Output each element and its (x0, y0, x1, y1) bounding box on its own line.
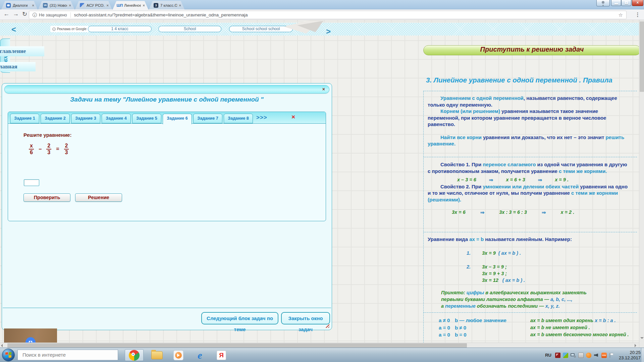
task-tab-6-active[interactable]: Задание 6 (163, 114, 192, 124)
horizontal-scroll-thumb[interactable] (7, 343, 467, 348)
internet-explorer-icon: e (198, 350, 202, 361)
ad-button-2[interactable]: School (158, 26, 221, 32)
tab-close-icon[interactable]: × (179, 3, 181, 7)
browser-menu-icon[interactable]: ⋮ (635, 11, 640, 18)
url-bar[interactable]: i Не защищено school-assistant.ru/?predm… (29, 11, 627, 19)
browser-tab-novosti[interactable]: VK (31) Новости × (38, 1, 74, 9)
language-indicator[interactable]: RU (545, 353, 551, 358)
task-tab-3[interactable]: Задание 3 (71, 114, 100, 123)
close-tasks-button[interactable]: Закрыть окно задач (281, 312, 330, 324)
browser-tab-7klass[interactable]: 3 7 класс.ОЧЕНЬ ПРОШУ) × (149, 1, 184, 9)
browser-toolbar: ← → ↻ i Не защищено school-assistant.ru/… (0, 9, 644, 20)
sidebar-item-toc[interactable]: Оглавление (0, 46, 44, 56)
dialog-header-bar[interactable]: × (4, 85, 329, 94)
task-tab-4[interactable]: Задание 4 (102, 114, 131, 123)
package-tray-icon[interactable] (578, 353, 584, 358)
task-tab-2[interactable]: Задание 2 (41, 114, 70, 123)
clock-time: 20:25 (619, 350, 641, 355)
task-tab-5[interactable]: Задание 5 (132, 114, 161, 123)
dashed-divider (424, 91, 637, 91)
horizontal-scrollbar[interactable] (0, 343, 639, 348)
scroll-right-arrow[interactable] (635, 344, 636, 347)
tasks-dialog: × Задачи на тему "Линейное уравнение с о… (2, 83, 332, 330)
tab-title: Линейное уравнение с (124, 3, 141, 7)
close-window-button[interactable]: × (632, 0, 643, 6)
task-tab-1[interactable]: Задание 1 (10, 114, 39, 123)
back-icon[interactable]: ← (3, 10, 9, 17)
taskbar-media-player-button[interactable] (169, 349, 188, 361)
banner-next-arrow[interactable]: > (326, 27, 331, 36)
info-icon[interactable]: i (33, 13, 37, 17)
task-prompt: Решите уравнение: (23, 132, 71, 138)
dark-favicon: 3 (154, 3, 158, 8)
dashed-divider (424, 157, 637, 157)
definition-paragraph: Найти все корни уравнения или доказать, … (428, 134, 626, 147)
ad-button-3[interactable]: School school school (229, 26, 293, 32)
ccleaner-tray-icon[interactable]: ccu (601, 353, 607, 358)
convention-note: Принято: цифры в алгебраических выражени… (441, 289, 630, 309)
action-center-flag-icon[interactable] (609, 353, 614, 358)
taskbar-chrome-button[interactable] (125, 349, 144, 361)
asu-icon (80, 3, 85, 8)
scroll-down-arrow[interactable] (640, 337, 644, 339)
ad-label: i Реклама от Google (50, 26, 89, 32)
dashed-divider (424, 232, 637, 232)
browser-tab-active[interactable]: ШП Линейное уравнение с × (113, 1, 148, 9)
vk-icon: VK (43, 3, 48, 8)
start-solving-button[interactable]: Приступить к решению задач (423, 45, 641, 55)
tabs-close-icon[interactable]: × (291, 113, 295, 121)
tab-title: (31) Новости (50, 3, 67, 7)
taskbar-ie-button[interactable]: e (191, 349, 209, 361)
scroll-left-arrow[interactable] (1, 344, 3, 347)
refresh-icon[interactable]: ↻ (22, 10, 27, 18)
equals-sign: = (56, 146, 59, 152)
defender-tray-icon[interactable] (563, 353, 568, 358)
tab-close-icon[interactable]: × (107, 3, 109, 7)
task-tabs-strip: Задание 1 Задание 2 Задание 3 Задание 4 … (8, 112, 326, 124)
taskbar-search-box[interactable]: Поиск в интернете (17, 350, 118, 360)
dashed-divider (424, 312, 637, 313)
bookmark-star-icon[interactable]: ☆ (619, 12, 623, 18)
rules-heading: 3. Линейное уравнение с одной переменной… (426, 76, 642, 84)
taskbar-yandex-button[interactable]: Я (212, 349, 231, 361)
vertical-scrollbar[interactable] (639, 20, 644, 348)
forward-icon[interactable]: → (13, 10, 19, 17)
check-button[interactable]: Проверить (23, 193, 70, 202)
more-tabs-button[interactable]: >>> (256, 114, 267, 121)
maximize-button[interactable] (621, 0, 631, 6)
definition-paragraph: Корнем (или решением) уравнения называет… (428, 108, 626, 128)
task-tab-7[interactable]: Задание 7 (193, 114, 222, 123)
equation: x 6 − 2 3 = 2 3 (29, 143, 69, 156)
adobe-tray-icon[interactable] (555, 353, 560, 358)
tab-close-icon[interactable]: × (32, 3, 34, 7)
volume-tray-icon[interactable] (594, 353, 599, 358)
folder-icon (151, 351, 163, 359)
taskbar-clock[interactable]: 20:25 23.12.2017 (619, 350, 641, 361)
show-desktop-button[interactable] (641, 348, 644, 362)
sidebar-item-home[interactable]: Главная (0, 62, 36, 71)
tab-close-icon[interactable]: × (143, 3, 145, 7)
dialog-close-icon[interactable]: × (322, 86, 325, 92)
ad-button-1[interactable]: 1 4 класс (88, 26, 152, 32)
browser-tab-asu[interactable]: АСУ РСО. Дневник (2 че × (75, 1, 112, 9)
dialog-footer-divider (3, 308, 331, 308)
page-content: < i Реклама от Google 1 4 класс School S… (0, 20, 644, 348)
minimize-button[interactable] (611, 0, 621, 6)
tab-close-icon[interactable]: × (69, 3, 71, 7)
avast-tray-icon[interactable] (586, 353, 591, 358)
browser-tab-dialogi[interactable]: Диалоги × (1, 1, 38, 9)
url-text[interactable]: school-assistant.ru/?predmet=algebra&the… (74, 12, 619, 17)
start-button[interactable] (2, 349, 15, 361)
task-tab-8[interactable]: Задание 8 (224, 114, 253, 123)
profile-button[interactable] (596, 0, 610, 6)
divider (70, 12, 71, 18)
answer-input[interactable] (24, 179, 39, 186)
property-2-formula: 3x = 6⇒3x : 3 = 6 : 3⇒x = 2 . (452, 209, 628, 216)
taskbar-explorer-button[interactable] (148, 349, 166, 361)
banner-prev-arrow[interactable]: < (11, 25, 16, 34)
next-block-button[interactable]: Следующий блок задач по теме (201, 312, 278, 324)
solution-button[interactable]: Решение (75, 193, 122, 202)
property-2-paragraph: Свойство 2. При умножении или делении об… (428, 183, 628, 203)
network-tray-icon[interactable] (571, 353, 576, 358)
vertical-scroll-thumb[interactable] (640, 21, 644, 92)
